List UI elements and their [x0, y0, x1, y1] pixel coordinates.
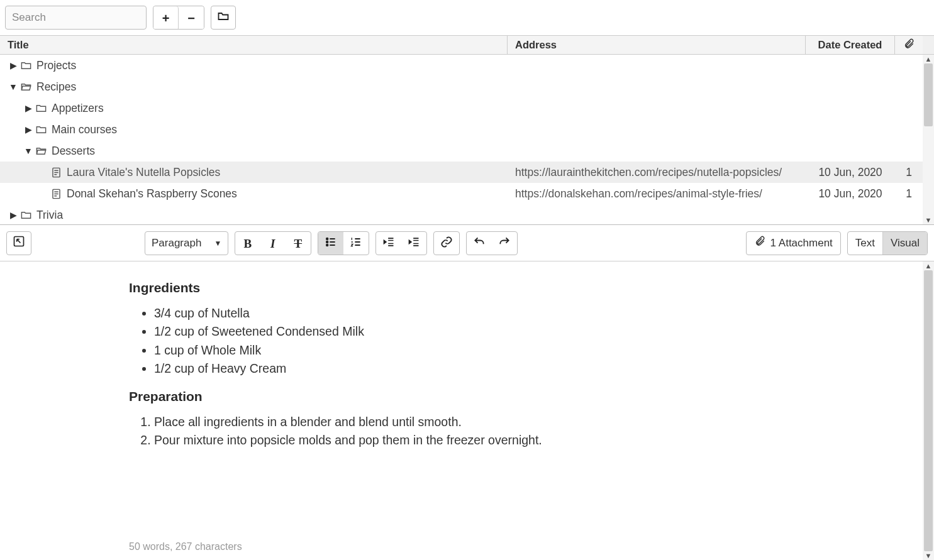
- scroll-thumb[interactable]: [924, 63, 933, 126]
- page-icon: [49, 167, 63, 178]
- folder-open-icon: [19, 81, 33, 93]
- row-label: Main courses: [52, 123, 117, 136]
- undo-button[interactable]: [467, 232, 492, 255]
- link-icon: [440, 236, 453, 251]
- cell-address: https://laurainthekitchen.com/recipes/nu…: [508, 162, 806, 183]
- caret-right-icon[interactable]: ▶: [8, 60, 19, 70]
- caret-right-icon[interactable]: ▶: [8, 210, 19, 220]
- header-date[interactable]: Date Created: [806, 36, 895, 54]
- row-label: Trivia: [36, 209, 63, 222]
- numbered-list-button[interactable]: [343, 232, 369, 255]
- paperclip-icon: [754, 236, 765, 250]
- italic-button[interactable]: I: [260, 232, 286, 255]
- row-label: Recipes: [36, 80, 76, 94]
- table-row[interactable]: ▶Laura Vitale's Nutella Popsicleshttps:/…: [0, 162, 923, 183]
- cell-date: [806, 119, 895, 140]
- scroll-up-icon[interactable]: ▲: [925, 55, 932, 63]
- outdent-button[interactable]: [376, 232, 401, 255]
- text-format-group: B I T: [235, 231, 311, 255]
- link-button[interactable]: [434, 232, 459, 255]
- caret-down-icon[interactable]: ▼: [8, 82, 19, 92]
- view-text-option[interactable]: Text: [848, 232, 883, 255]
- history-group: [466, 231, 518, 255]
- table-row[interactable]: ▶Projects: [0, 55, 923, 76]
- folder-icon: [19, 209, 33, 221]
- caret-right-icon[interactable]: ▶: [23, 103, 34, 113]
- ingredients-list: 3/4 cup of Nutella1/2 cup of Sweetened C…: [129, 304, 923, 378]
- ingredient-item: 3/4 cup of Nutella: [154, 304, 923, 322]
- cell-date: 10 Jun, 2020: [806, 162, 895, 183]
- cell-title: ▶Laura Vitale's Nutella Popsicles: [0, 162, 508, 183]
- cell-title: ▶Trivia: [0, 204, 508, 224]
- cell-date: [806, 204, 895, 224]
- bullet-list-button[interactable]: [318, 232, 343, 255]
- strikethrough-icon: T: [294, 237, 302, 251]
- view-mode-toggle: Text Visual: [847, 231, 928, 255]
- bold-icon: B: [243, 237, 252, 251]
- caret-down-icon[interactable]: ▼: [23, 146, 34, 156]
- numbered-list-icon: [350, 236, 362, 251]
- add-button[interactable]: +: [153, 6, 179, 30]
- header-title[interactable]: Title: [0, 36, 508, 54]
- editor-status: 50 words, 267 characters: [129, 541, 242, 552]
- cell-attachment-count: [895, 119, 923, 140]
- caret-right-icon[interactable]: ▶: [23, 124, 34, 135]
- expand-arrow-icon: [13, 235, 25, 251]
- table-row[interactable]: ▶Appetizers: [0, 97, 923, 119]
- add-remove-group: + −: [153, 6, 204, 30]
- attachments-button[interactable]: 1 Attachment: [746, 231, 841, 255]
- svg-point-3: [326, 238, 328, 240]
- cell-attachment-count: [895, 55, 923, 76]
- table-row[interactable]: ▼Recipes: [0, 76, 923, 97]
- cell-title: ▶Appetizers: [0, 97, 508, 119]
- vertical-scrollbar[interactable]: ▲ ▼: [923, 55, 934, 224]
- paragraph-style-label: Paragraph: [152, 237, 201, 250]
- expand-editor-button[interactable]: [6, 231, 31, 255]
- editor-area: Ingredients 3/4 cup of Nutella1/2 cup of…: [0, 261, 934, 560]
- remove-button[interactable]: −: [179, 6, 204, 30]
- page-icon: [49, 188, 63, 200]
- header-attachment[interactable]: [895, 36, 923, 54]
- folder-open-icon: [34, 145, 48, 157]
- cell-address: [508, 76, 806, 97]
- table-header-row: Title Address Date Created: [0, 36, 934, 55]
- scroll-down-icon[interactable]: ▼: [925, 216, 932, 224]
- bullet-list-icon: [325, 236, 337, 251]
- cell-date: 10 Jun, 2020: [806, 183, 895, 204]
- cell-date: [806, 140, 895, 162]
- cell-date: [806, 55, 895, 76]
- table-row[interactable]: ▶Donal Skehan's Raspberry Sconeshttps://…: [0, 183, 923, 204]
- folder-button[interactable]: [211, 6, 236, 30]
- step-item: Place all ingredients in a blender and b…: [154, 413, 923, 431]
- view-visual-option[interactable]: Visual: [883, 232, 927, 255]
- folder-icon: [34, 124, 48, 136]
- undo-icon: [473, 236, 486, 251]
- scroll-thumb[interactable]: [924, 270, 933, 551]
- scroll-down-icon[interactable]: ▼: [925, 551, 932, 560]
- row-label: Desserts: [52, 145, 95, 158]
- cell-title: ▶Main courses: [0, 119, 508, 140]
- row-label: Projects: [36, 59, 76, 72]
- chevron-down-icon: ▼: [214, 239, 221, 248]
- header-address[interactable]: Address: [508, 36, 806, 54]
- cell-title: ▼Recipes: [0, 76, 508, 97]
- strikethrough-button[interactable]: T: [286, 232, 311, 255]
- cell-attachment-count: [895, 140, 923, 162]
- table-rows: ▶Projects▼Recipes▶Appetizers▶Main course…: [0, 55, 923, 224]
- scroll-up-icon[interactable]: ▲: [925, 261, 932, 270]
- editor-content[interactable]: Ingredients 3/4 cup of Nutella1/2 cup of…: [0, 261, 923, 560]
- paragraph-style-select[interactable]: Paragraph ▼: [145, 231, 228, 255]
- folder-icon: [34, 102, 48, 114]
- plus-icon: +: [162, 11, 170, 26]
- cell-address: [508, 140, 806, 162]
- table-row[interactable]: ▼Desserts: [0, 140, 923, 162]
- svg-point-5: [326, 244, 328, 246]
- search-input[interactable]: [5, 6, 147, 30]
- bold-button[interactable]: B: [235, 232, 260, 255]
- indent-button[interactable]: [401, 232, 426, 255]
- table-row[interactable]: ▶Main courses: [0, 119, 923, 140]
- editor-scrollbar[interactable]: ▲ ▼: [923, 261, 934, 560]
- table-row[interactable]: ▶Trivia: [0, 204, 923, 224]
- redo-button[interactable]: [492, 232, 517, 255]
- header-scroll-gutter: [923, 36, 934, 54]
